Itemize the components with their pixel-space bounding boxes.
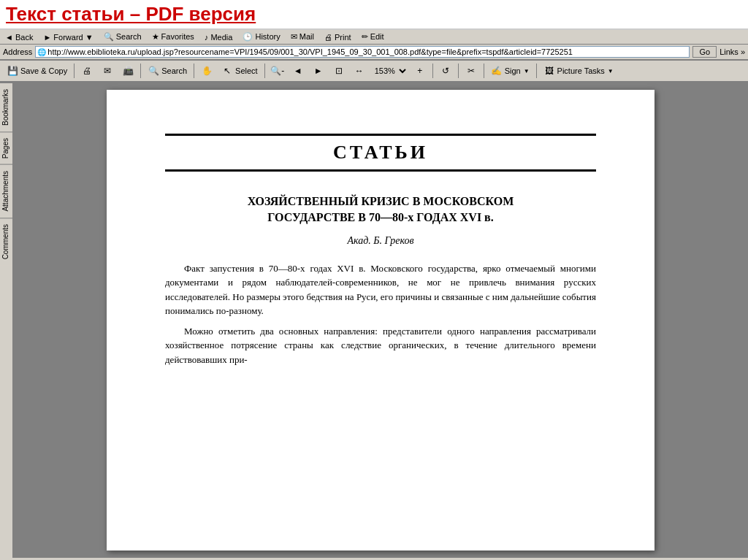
print-icon: 🖨 — [81, 65, 93, 77]
article-title-line1: ХОЗЯЙСТВЕННЫЙ КРИЗИС В МОСКОВСКОМ — [165, 193, 596, 210]
fax-icon: 📠 — [122, 65, 134, 77]
address-input-wrap: 🌐 — [35, 46, 690, 58]
picture-tasks-dropdown-arrow: ▼ — [608, 68, 614, 74]
save-icon: 💾 — [7, 65, 18, 77]
paragraph-2: Можно отметить два основных направления:… — [165, 324, 596, 367]
paragraph-1: Факт запустения в 70—80-х годах XVI в. М… — [165, 261, 596, 318]
prev-page-button[interactable]: ◄ — [289, 63, 308, 79]
zoom-select[interactable]: 153% 100% 75% 50% — [370, 64, 409, 77]
save-copy-label: Save & Copy — [20, 66, 67, 75]
zoom-in-icon: + — [414, 65, 426, 77]
sign-icon: ✍ — [491, 65, 503, 77]
separator-1 — [74, 64, 75, 78]
menu-forward[interactable]: ► Forward ▼ — [41, 32, 95, 42]
go-button[interactable]: Go — [692, 46, 717, 58]
page-title-bar: Текст статьи – PDF версия — [0, 0, 748, 30]
pages-tab[interactable]: Pages — [0, 131, 12, 164]
attachments-tab[interactable]: Attachments — [0, 164, 12, 218]
search-button[interactable]: 🔍 Search — [144, 63, 191, 79]
address-label: Address — [3, 47, 32, 56]
picture-tasks-button[interactable]: 🖼 Picture Tasks ▼ — [540, 63, 617, 79]
pdf-toolbar: 💾 Save & Copy 🖨 ✉ 📠 🔍 Search ✋ ↖ — [0, 61, 748, 83]
crop-button[interactable]: ✂ — [462, 63, 481, 79]
separator-8 — [536, 64, 537, 78]
separator-6 — [458, 64, 459, 78]
picture-tasks-label: Picture Tasks — [557, 66, 605, 75]
section-title: СТАТЬИ — [165, 142, 596, 164]
hand-tool-button[interactable]: ✋ — [197, 63, 216, 79]
pdf-content[interactable]: СТАТЬИ ХОЗЯЙСТВЕННЫЙ КРИЗИС В МОСКОВСКОМ… — [13, 83, 748, 558]
next-page-icon: ► — [313, 65, 324, 77]
separator-5 — [432, 64, 433, 78]
separator-7 — [484, 64, 484, 78]
decorative-line-top — [165, 134, 596, 136]
menu-print[interactable]: 🖨 Print — [322, 32, 354, 42]
rotate-button[interactable]: ↺ — [436, 63, 455, 79]
zoom-in-button[interactable]: + — [411, 63, 430, 79]
email-button[interactable]: ✉ — [98, 63, 117, 79]
bookmarks-tab[interactable]: Bookmarks — [0, 83, 12, 131]
fit-width-button[interactable]: ↔ — [350, 63, 369, 79]
menu-edit[interactable]: ✏ Edit — [359, 31, 386, 42]
address-bar: Address 🌐 Go Links » — [0, 45, 748, 61]
sign-button[interactable]: ✍ Sign ▼ — [487, 63, 533, 79]
fit-width-icon: ↔ — [354, 65, 365, 77]
fax-button[interactable]: 📠 — [118, 63, 137, 79]
sign-dropdown-arrow: ▼ — [524, 68, 530, 74]
save-copy-button[interactable]: 💾 Save & Copy — [3, 63, 71, 79]
fit-page-button[interactable]: ⊡ — [329, 63, 348, 79]
rotate-icon: ↺ — [440, 65, 451, 77]
crop-icon: ✂ — [465, 65, 477, 77]
fit-page-icon: ⊡ — [333, 65, 345, 77]
hand-icon: ✋ — [201, 65, 213, 77]
select-button[interactable]: ↖ Select — [218, 63, 262, 79]
email-icon: ✉ — [102, 65, 113, 77]
address-input[interactable] — [47, 47, 687, 56]
page-icon: 🌐 — [37, 48, 46, 56]
menu-history[interactable]: 🕒 History — [240, 31, 282, 42]
sign-label: Sign — [505, 66, 521, 75]
left-tabs: Bookmarks Pages Attachments Comments — [0, 83, 13, 558]
prev-page-icon: ◄ — [292, 65, 304, 77]
author: Акад. Б. Греков — [165, 235, 596, 247]
search-icon: 🔍 — [148, 65, 159, 77]
pdf-page: СТАТЬИ ХОЗЯЙСТВЕННЫЙ КРИЗИС В МОСКОВСКОМ… — [107, 90, 654, 551]
zoom-out-icon: 🔍- — [272, 65, 283, 77]
separator-2 — [140, 64, 141, 78]
menu-mail[interactable]: ✉ Mail — [289, 31, 316, 42]
separator-4 — [264, 64, 265, 78]
select-label: Select — [235, 66, 258, 75]
select-icon: ↖ — [221, 65, 233, 77]
decorative-line-bottom — [165, 169, 596, 172]
zoom-out-button[interactable]: 🔍- — [268, 63, 287, 79]
menu-back[interactable]: ◄ Back — [3, 32, 35, 42]
article-title: ХОЗЯЙСТВЕННЫЙ КРИЗИС В МОСКОВСКОМ ГОСУДА… — [165, 193, 596, 226]
main-area: Bookmarks Pages Attachments Comments СТА… — [0, 83, 748, 558]
next-page-button[interactable]: ► — [309, 63, 328, 79]
links-label[interactable]: Links » — [720, 47, 745, 56]
page-title: Текст статьи – PDF версия — [6, 3, 742, 26]
print-button[interactable]: 🖨 — [77, 63, 96, 79]
menu-favorites[interactable]: ★ Favorites — [150, 31, 196, 42]
search-label: Search — [161, 66, 187, 75]
menu-search[interactable]: 🔍 Search — [102, 31, 144, 42]
comments-tab[interactable]: Comments — [0, 218, 12, 265]
article-title-line2: ГОСУДАРСТВЕ В 70—80-х ГОДАХ XVI в. — [165, 210, 596, 226]
browser-chrome: ◄ Back ► Forward ▼ 🔍 Search ★ Favorites … — [0, 30, 748, 83]
menu-media[interactable]: ♪ Media — [202, 32, 235, 42]
menu-bar: ◄ Back ► Forward ▼ 🔍 Search ★ Favorites … — [0, 30, 748, 45]
separator-3 — [194, 64, 194, 78]
picture-tasks-icon: 🖼 — [543, 65, 555, 77]
pdf-body: Факт запустения в 70—80-х годах XVI в. М… — [165, 261, 596, 367]
